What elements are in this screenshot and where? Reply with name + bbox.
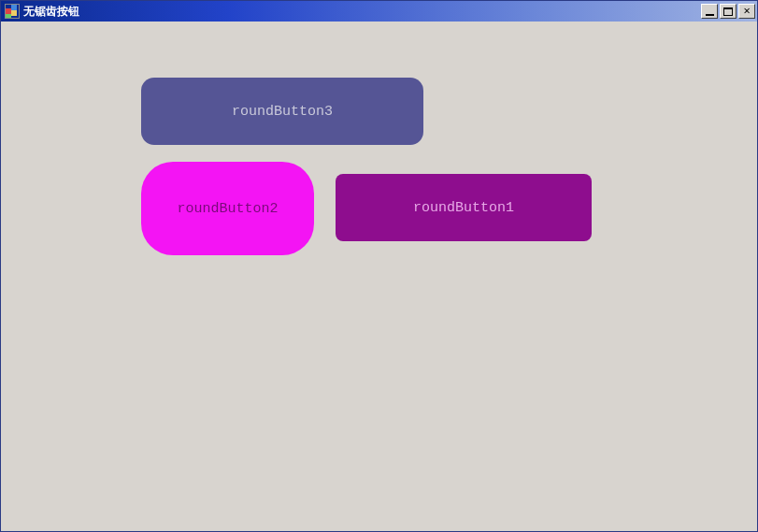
app-icon xyxy=(5,4,20,19)
maximize-button[interactable] xyxy=(720,4,737,19)
titlebar: 无锯齿按钮 ✕ xyxy=(1,1,757,22)
round-button-2-label: roundButton2 xyxy=(177,201,278,217)
close-icon: ✕ xyxy=(743,6,750,17)
round-button-2[interactable]: roundButton2 xyxy=(141,162,314,255)
round-button-1[interactable]: roundButton1 xyxy=(336,174,592,241)
round-button-3[interactable]: roundButton3 xyxy=(141,78,423,145)
close-button[interactable]: ✕ xyxy=(738,4,755,19)
window-title: 无锯齿按钮 xyxy=(23,4,79,20)
round-button-3-label: roundButton3 xyxy=(232,104,333,120)
app-window: 无锯齿按钮 ✕ roundButton3 roundButton2 roundB… xyxy=(0,0,758,532)
minimize-icon xyxy=(706,14,714,16)
client-area: roundButton3 roundButton2 roundButton1 xyxy=(1,22,757,531)
minimize-button[interactable] xyxy=(701,4,718,19)
round-button-1-label: roundButton1 xyxy=(413,200,514,216)
maximize-icon xyxy=(723,7,733,16)
